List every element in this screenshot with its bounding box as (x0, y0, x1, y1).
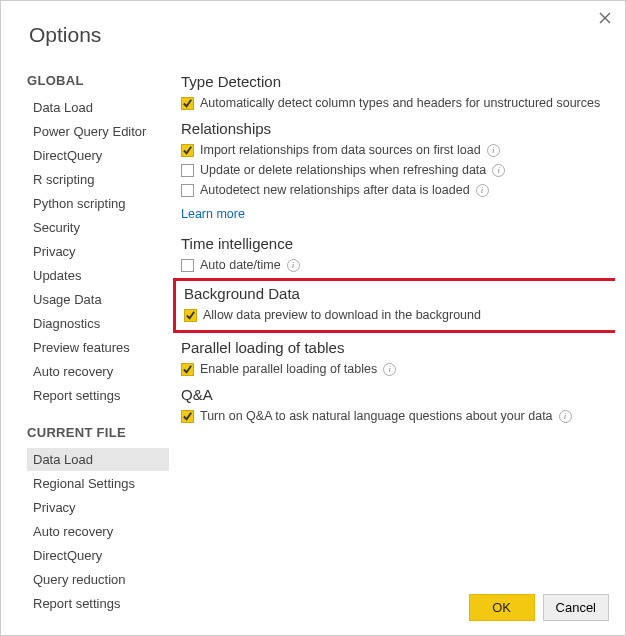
dialog-footer: OK Cancel (469, 594, 609, 621)
info-icon[interactable]: i (383, 363, 396, 376)
sidebar-item[interactable]: Python scripting (27, 192, 169, 215)
option-label: Allow data preview to download in the ba… (203, 308, 481, 322)
option-import-relationships[interactable]: Import relationships from data sources o… (181, 143, 615, 157)
section-type-detection: Type Detection (181, 73, 615, 90)
sidebar: GLOBAL Data LoadPower Query EditorDirect… (27, 63, 169, 567)
sidebar-item[interactable]: Auto recovery (27, 360, 169, 383)
section-relationships: Relationships (181, 120, 615, 137)
sidebar-item[interactable]: Diagnostics (27, 312, 169, 335)
sidebar-item[interactable]: DirectQuery (27, 144, 169, 167)
dialog-content: GLOBAL Data LoadPower Query EditorDirect… (1, 57, 625, 567)
info-icon[interactable]: i (287, 259, 300, 272)
close-button[interactable] (597, 9, 613, 28)
ok-button[interactable]: OK (469, 594, 535, 621)
checkbox-icon (181, 164, 194, 177)
main-panel: Type Detection Automatically detect colu… (169, 63, 615, 567)
sidebar-item[interactable]: DirectQuery (27, 544, 169, 567)
cancel-button[interactable]: Cancel (543, 594, 609, 621)
highlight-box: Background Data Allow data preview to do… (173, 278, 615, 333)
section-parallel-loading: Parallel loading of tables (181, 339, 615, 356)
sidebar-item[interactable]: Regional Settings (27, 472, 169, 495)
sidebar-item[interactable]: Power Query Editor (27, 120, 169, 143)
sidebar-item[interactable]: Preview features (27, 336, 169, 359)
checkbox-icon (181, 184, 194, 197)
learn-more-link[interactable]: Learn more (181, 207, 245, 221)
sidebar-item[interactable]: Report settings (27, 384, 169, 407)
sidebar-item[interactable]: Data Load (27, 96, 169, 119)
sidebar-header-current: CURRENT FILE (27, 425, 169, 440)
checkbox-icon (181, 144, 194, 157)
checkbox-icon (184, 309, 197, 322)
checkbox-icon (181, 97, 194, 110)
option-autodetect-relationships[interactable]: Autodetect new relationships after data … (181, 183, 615, 197)
sidebar-item[interactable]: Report settings (27, 592, 169, 615)
option-label: Update or delete relationships when refr… (200, 163, 486, 177)
info-icon[interactable]: i (559, 410, 572, 423)
sidebar-header-global: GLOBAL (27, 73, 169, 88)
info-icon[interactable]: i (476, 184, 489, 197)
option-qa[interactable]: Turn on Q&A to ask natural language ques… (181, 409, 615, 423)
checkbox-icon (181, 259, 194, 272)
sidebar-item[interactable]: Query reduction (27, 568, 169, 591)
sidebar-item[interactable]: Privacy (27, 496, 169, 519)
close-icon (599, 12, 611, 24)
section-background-data: Background Data (184, 285, 612, 302)
option-label: Automatically detect column types and he… (200, 96, 600, 110)
option-label: Turn on Q&A to ask natural language ques… (200, 409, 553, 423)
dialog-title: Options (1, 1, 625, 57)
option-label: Autodetect new relationships after data … (200, 183, 470, 197)
option-auto-detect-types[interactable]: Automatically detect column types and he… (181, 96, 615, 110)
checkbox-icon (181, 363, 194, 376)
sidebar-item[interactable]: Usage Data (27, 288, 169, 311)
option-label: Auto date/time (200, 258, 281, 272)
sidebar-item[interactable]: Updates (27, 264, 169, 287)
option-update-relationships[interactable]: Update or delete relationships when refr… (181, 163, 615, 177)
option-parallel-loading[interactable]: Enable parallel loading of tables i (181, 362, 615, 376)
option-label: Import relationships from data sources o… (200, 143, 481, 157)
sidebar-item[interactable]: Security (27, 216, 169, 239)
info-icon[interactable]: i (487, 144, 500, 157)
option-background-preview[interactable]: Allow data preview to download in the ba… (184, 308, 612, 322)
sidebar-item[interactable]: Privacy (27, 240, 169, 263)
section-time-intelligence: Time intelligence (181, 235, 615, 252)
section-qa: Q&A (181, 386, 615, 403)
option-label: Enable parallel loading of tables (200, 362, 377, 376)
option-auto-datetime[interactable]: Auto date/time i (181, 258, 615, 272)
checkbox-icon (181, 410, 194, 423)
sidebar-item[interactable]: R scripting (27, 168, 169, 191)
info-icon[interactable]: i (492, 164, 505, 177)
sidebar-item[interactable]: Auto recovery (27, 520, 169, 543)
sidebar-item[interactable]: Data Load (27, 448, 169, 471)
